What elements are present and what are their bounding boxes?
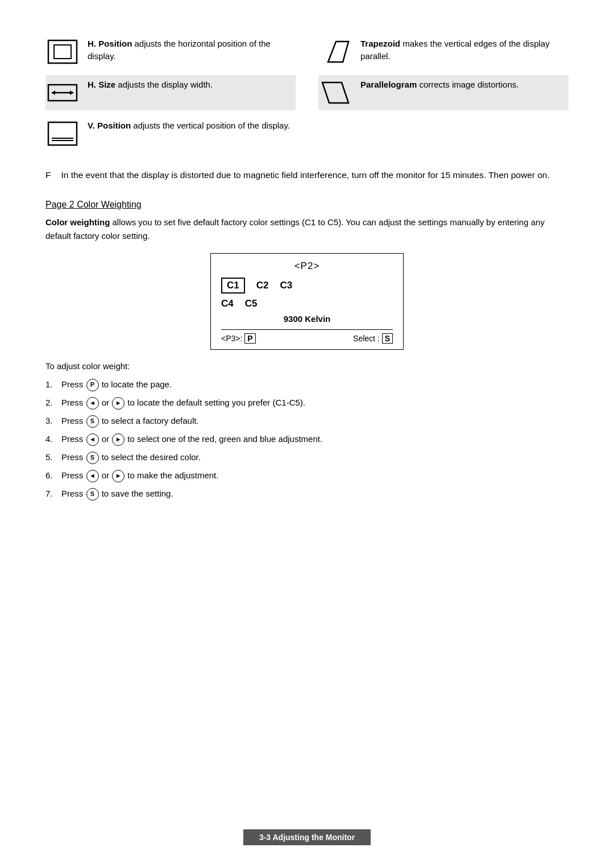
section-f-text: In the event that the display is distort… (61, 168, 549, 183)
step-1-text: Press P to locate the page. (61, 378, 172, 391)
step-6-num: 6. (45, 469, 56, 482)
trapezoid-text: Trapezoid makes the vertical edges of th… (360, 38, 569, 63)
right-button-2: ► (112, 397, 125, 410)
step-2: 2. Press ◄ or ► to locate the default se… (45, 396, 569, 410)
svg-marker-5 (52, 90, 55, 95)
color-intro: Color weighting allows you to set five d… (45, 216, 569, 243)
step-4-text: Press ◄ or ► to select one of the red, g… (61, 432, 322, 446)
step-5-text: Press S to select the desired color. (61, 450, 201, 464)
osd-title: <P2> (221, 261, 393, 272)
svg-rect-0 (48, 40, 77, 63)
trapezoid-row: Trapezoid makes the vertical edges of th… (318, 34, 569, 69)
step-3-num: 3. (45, 414, 56, 427)
step-5: 5. Press S to select the desired color. (45, 450, 569, 464)
svg-marker-6 (70, 90, 73, 95)
osd-footer: <P3>: P Select : S (221, 329, 393, 344)
parallelogram-text: Parallelogram corrects image distortions… (360, 78, 569, 91)
h-size-row: H. Size adjusts the display width. (45, 75, 296, 110)
s-button-5: S (86, 452, 99, 464)
step-7-text: Press S to save the setting. (61, 487, 173, 501)
color-weighting-rest: allows you to set five default factory c… (45, 217, 545, 241)
left-button-4: ◄ (86, 433, 99, 446)
osd-footer-right: Select : S (353, 333, 393, 344)
osd-s-key: S (382, 333, 393, 344)
s-button-7: S (86, 488, 99, 501)
steps-list: 1. Press P to locate the page. 2. Press … (45, 378, 569, 501)
section-f-letter: F (45, 168, 51, 183)
parallelogram-icon (318, 78, 352, 107)
section-f: F In the event that the display is disto… (45, 168, 569, 183)
h-position-icon (45, 38, 80, 66)
adjust-label: To adjust color weight: (45, 361, 569, 371)
page-color-section: Page 2 Color Weighting Color weighting a… (45, 200, 569, 501)
parallelogram-row: Parallelogram corrects image distortions… (318, 75, 569, 110)
color-weighting-bold: Color weighting (45, 217, 110, 227)
page-color-title: Page 2 Color Weighting (45, 200, 142, 210)
icon-grid: H. Position adjusts the horizontal posit… (45, 34, 569, 151)
step-2-text: Press ◄ or ► to locate the default setti… (61, 396, 305, 410)
h-size-text: H. Size adjusts the display width. (88, 78, 296, 91)
v-position-icon (45, 119, 80, 148)
step-4-num: 4. (45, 432, 56, 445)
step-6: 6. Press ◄ or ► to make the adjustment. (45, 469, 569, 482)
svg-rect-1 (54, 45, 71, 59)
step-3-text: Press S to select a factory default. (61, 414, 199, 428)
step-2-num: 2. (45, 396, 56, 409)
osd-kelvin: 9300 Kelvin (221, 314, 393, 324)
h-position-text: H. Position adjusts the horizontal posit… (88, 38, 296, 63)
svg-marker-7 (322, 82, 349, 103)
right-button-4: ► (112, 433, 125, 446)
step-6-text: Press ◄ or ► to make the adjustment. (61, 469, 218, 482)
osd-footer-left: <P3>: P (221, 333, 256, 344)
osd-c3: C3 (280, 280, 292, 291)
step-3: 3. Press S to select a factory default. (45, 414, 569, 428)
footer-label: 3-3 Adjusting the Monitor (243, 829, 371, 845)
osd-c5: C5 (245, 298, 258, 309)
osd-c2: C2 (256, 280, 269, 291)
osd-p-key: P (244, 333, 255, 344)
step-1: 1. Press P to locate the page. (45, 378, 569, 391)
h-position-row: H. Position adjusts the horizontal posit… (45, 34, 296, 69)
osd-row-1: C1 C2 C3 (221, 278, 393, 294)
step-7: 7. Press S to save the setting. (45, 487, 569, 501)
svg-marker-2 (328, 42, 349, 62)
step-7-num: 7. (45, 487, 56, 500)
osd-c4: C4 (221, 298, 234, 309)
s-button-3: S (86, 415, 99, 428)
osd-row-2: C4 C5 (221, 298, 393, 309)
step-4: 4. Press ◄ or ► to select one of the red… (45, 432, 569, 446)
v-position-text: V. Position adjusts the vertical positio… (88, 119, 296, 132)
trapezoid-icon (318, 38, 352, 66)
osd-box: <P2> C1 C2 C3 C4 C5 9300 Kelvin <P3>: P … (210, 253, 404, 350)
v-position-row: V. Position adjusts the vertical positio… (45, 116, 296, 151)
svg-rect-8 (48, 122, 77, 145)
h-size-icon (45, 78, 80, 107)
right-button-6: ► (112, 470, 125, 482)
osd-c1: C1 (221, 278, 245, 294)
step-1-num: 1. (45, 378, 56, 391)
p-button-icon: P (86, 379, 99, 391)
footer-bar: 3-3 Adjusting the Monitor (0, 829, 614, 845)
step-5-num: 5. (45, 450, 56, 464)
left-button-6: ◄ (86, 470, 99, 482)
left-button-2: ◄ (86, 397, 99, 410)
